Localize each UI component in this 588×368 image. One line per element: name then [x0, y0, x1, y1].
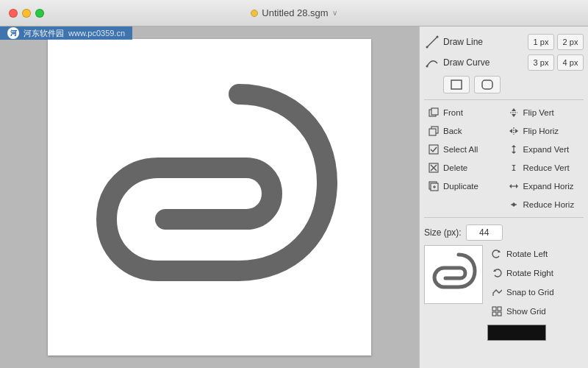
divider-2 [424, 217, 584, 218]
draw-line-icon [424, 34, 440, 50]
draw-line-label: Draw Line [443, 37, 525, 47]
reduce-vert-button[interactable]: Reduce Vert [504, 159, 584, 177]
duplicate-button[interactable]: Duplicate [424, 177, 504, 195]
delete-label: Delete [443, 163, 467, 172]
size-value[interactable]: 44 [466, 224, 503, 241]
reduce-horiz-button[interactable]: Reduce Horiz [504, 196, 584, 213]
svg-marker-24 [512, 165, 516, 166]
svg-marker-31 [509, 184, 512, 188]
svg-rect-38 [492, 307, 496, 311]
svg-rect-12 [429, 129, 436, 135]
svg-marker-19 [512, 152, 516, 154]
flip-vert-label: Flip Vert [523, 108, 554, 117]
svg-rect-7 [431, 108, 438, 115]
svg-marker-9 [512, 108, 516, 111]
size-row: Size (px): 44 [424, 222, 584, 244]
title-text: Untitled 28.sgm [262, 7, 328, 18]
svg-rect-40 [492, 312, 496, 316]
duplicate-label: Duplicate [443, 182, 478, 191]
draw-curve-icon [424, 54, 440, 71]
close-button[interactable] [9, 9, 18, 18]
expand-horiz-button[interactable]: Expand Horiz [504, 177, 584, 195]
rotate-right-icon [490, 266, 503, 280]
svg-rect-5 [482, 80, 492, 89]
draw-curve-label: Draw Curve [443, 57, 525, 68]
back-icon [427, 124, 440, 138]
flip-vert-button[interactable]: Flip Vert [504, 104, 584, 121]
main-area: Draw Line 1 px 2 px Draw Curve 3 px 4 px [0, 26, 588, 368]
back-label: Back [443, 127, 462, 135]
watermark-text: 河东软件园 [24, 28, 64, 39]
window-controls [9, 9, 44, 18]
rotate-left-label: Rotate Left [506, 250, 548, 258]
reduce-vert-label: Reduce Vert [523, 163, 570, 172]
svg-marker-35 [514, 202, 516, 207]
expand-vert-icon [507, 143, 520, 156]
svg-marker-14 [509, 129, 512, 133]
show-grid-icon [490, 305, 503, 318]
minimize-button[interactable] [22, 9, 31, 18]
expand-horiz-icon [507, 180, 520, 193]
svg-marker-25 [512, 169, 516, 171]
snap-to-grid-icon [490, 286, 503, 299]
unsaved-indicator [251, 10, 258, 17]
reduce-vert-icon [507, 161, 520, 174]
drawing-canvas[interactable] [48, 39, 371, 355]
rect-shape-btn[interactable] [443, 76, 470, 93]
show-grid-label: Show Grid [506, 307, 546, 316]
window-title: Untitled 28.sgm ∨ [251, 7, 337, 18]
flip-horiz-icon [507, 124, 520, 138]
draw-curve-4px-btn[interactable]: 4 px [557, 54, 584, 71]
canvas-area[interactable] [0, 26, 419, 368]
expand-horiz-label: Expand Horiz [523, 182, 574, 191]
svg-point-2 [437, 36, 439, 38]
delete-button[interactable]: Delete [424, 159, 504, 177]
svg-marker-32 [516, 184, 518, 188]
snap-to-grid-label: Snap to Grid [506, 288, 554, 297]
rotate-right-button[interactable]: Rotate Right [487, 264, 557, 282]
svg-marker-34 [512, 202, 514, 207]
svg-point-1 [426, 46, 429, 49]
actions-grid: Front Flip Vert [424, 104, 584, 213]
draw-line-1px-btn[interactable]: 1 px [528, 34, 554, 50]
color-swatch[interactable] [487, 325, 546, 341]
front-label: Front [443, 108, 463, 117]
flip-horiz-button[interactable]: Flip Horiz [504, 122, 584, 140]
draw-line-2px-btn[interactable]: 2 px [557, 34, 584, 50]
snap-to-grid-button[interactable]: Snap to Grid [487, 283, 557, 301]
divider-1 [424, 99, 584, 100]
select-all-icon [427, 143, 440, 156]
duplicate-icon [427, 180, 440, 193]
watermark-bar: 河 河东软件园 www.pc0359.cn [0, 26, 132, 40]
show-grid-button[interactable]: Show Grid [487, 302, 557, 320]
reduce-horiz-label: Reduce Horiz [523, 200, 575, 209]
watermark-url: www.pc0359.cn [68, 29, 125, 38]
title-bar: Untitled 28.sgm ∨ [0, 0, 588, 26]
delete-icon [427, 161, 440, 174]
extra-actions: Rotate Left Rotate Right [487, 245, 557, 341]
rotate-left-icon [490, 247, 503, 261]
rounded-rect-shape-btn[interactable] [474, 76, 501, 93]
front-button[interactable]: Front [424, 104, 504, 121]
size-label: Size (px): [424, 227, 462, 238]
rotate-left-button[interactable]: Rotate Left [487, 245, 557, 263]
expand-vert-button[interactable]: Expand Vert [504, 141, 584, 158]
reduce-horiz-icon [507, 198, 520, 211]
svg-rect-16 [429, 145, 438, 154]
draw-curve-row: Draw Curve 3 px 4 px [424, 53, 584, 72]
flip-vert-icon [507, 106, 520, 119]
maximize-button[interactable] [35, 9, 44, 18]
preview-paperclip [428, 249, 479, 300]
preview-box [424, 245, 483, 304]
svg-point-3 [426, 66, 429, 68]
back-button[interactable]: Back [424, 122, 504, 140]
paperclip-graphic [70, 65, 349, 330]
svg-marker-18 [512, 145, 516, 147]
title-dropdown-arrow[interactable]: ∨ [332, 9, 337, 17]
expand-vert-label: Expand Vert [523, 145, 570, 154]
select-all-button[interactable]: Select All [424, 141, 504, 158]
svg-rect-41 [498, 312, 501, 316]
select-all-label: Select All [443, 145, 478, 154]
draw-curve-3px-btn[interactable]: 3 px [528, 54, 554, 71]
svg-rect-39 [498, 307, 501, 311]
